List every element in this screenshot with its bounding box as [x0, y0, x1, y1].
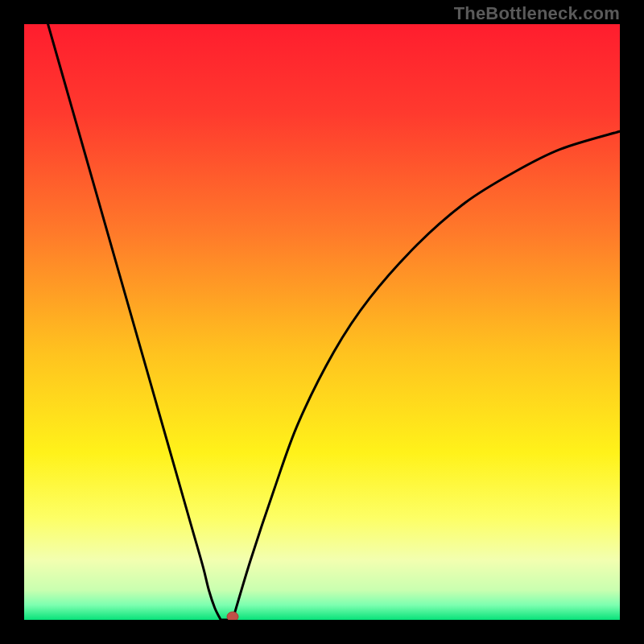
bottleneck-curve	[24, 24, 620, 620]
plot-area	[24, 24, 620, 620]
minimum-marker	[227, 612, 238, 620]
chart-frame: TheBottleneck.com	[0, 0, 644, 644]
curve-line	[48, 24, 620, 620]
watermark-text: TheBottleneck.com	[454, 3, 620, 24]
